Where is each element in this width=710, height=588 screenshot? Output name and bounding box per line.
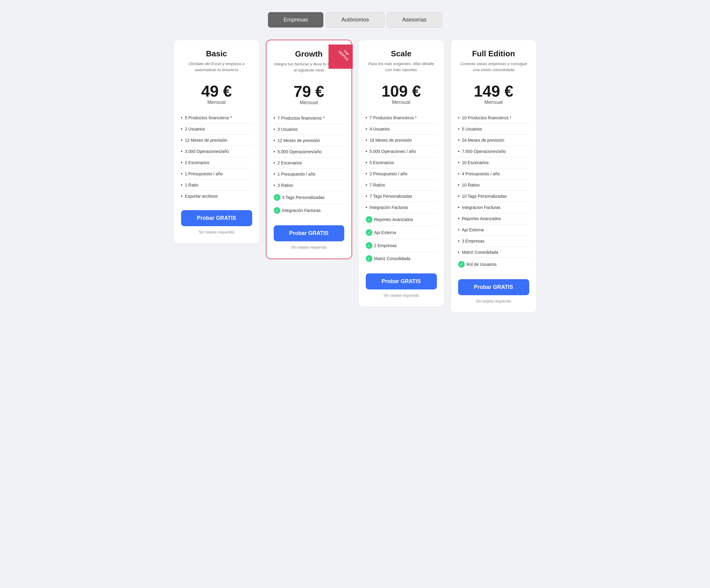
bullet-icon: •	[458, 239, 459, 243]
tab-asesorias[interactable]: Asesorías	[387, 12, 442, 27]
feature-item: ✓ Matriz Consolidada	[366, 252, 437, 265]
plan-desc: Integra tus facturas y lleva tu tesorerí…	[274, 61, 344, 77]
feature-text: Matriz Consolidada	[374, 256, 410, 261]
plan-price: 79 €	[274, 84, 344, 99]
plan-title: Basic	[181, 49, 252, 58]
bullet-icon: •	[366, 205, 367, 210]
cta-button[interactable]: Probar GRATIS	[274, 225, 344, 241]
feature-text: Rol de Usuarios	[467, 262, 497, 267]
feature-text: 4 Presupuesto / año	[462, 171, 500, 176]
features-list: • 7 Productos financieros * • 3 Usuarios…	[274, 113, 344, 217]
bullet-icon: •	[458, 227, 459, 232]
bullet-icon: •	[181, 115, 183, 120]
bullet-icon: •	[181, 194, 183, 198]
bullet-icon: •	[458, 216, 459, 221]
feature-item: ✓ 2 Empresas	[366, 239, 437, 252]
feature-item: • 2 Escenarios	[274, 158, 344, 169]
plan-desc: Para los más exigentes. Más detalle con …	[366, 61, 437, 77]
feature-text: 3 Empresas	[462, 239, 484, 243]
feature-text: 2 Empresas	[374, 243, 397, 248]
feature-item: • 10 Tags Personalizadas	[458, 191, 529, 202]
feature-item: • 3 Empresas	[458, 236, 529, 247]
feature-item: • 5 Escenarios	[366, 157, 437, 168]
feature-item: • Api Externa	[458, 225, 529, 236]
price-block: 49 € Mensual	[181, 83, 252, 105]
tab-autonomos[interactable]: Autónomos	[326, 12, 384, 27]
feature-item: • 1 Presupuesto / año	[274, 169, 344, 180]
feature-text: Integración Facturas	[370, 205, 408, 210]
price-block: 149 € Mensual	[458, 83, 529, 105]
page-wrapper: EmpresasAutónomosAsesorías Basic Olvídat…	[173, 12, 537, 313]
bullet-icon: •	[274, 161, 275, 165]
feature-text: 7 Productos financieros *	[277, 116, 325, 120]
bullet-icon: •	[366, 115, 367, 120]
feature-item: • 5.000 Operaciones / año	[366, 146, 437, 157]
bullet-icon: •	[458, 160, 459, 165]
bullet-icon: •	[274, 116, 275, 120]
feature-item: • 4 Usuarios	[366, 123, 437, 135]
cta-button[interactable]: Probar GRATIS	[181, 210, 252, 226]
bullet-icon: •	[181, 138, 183, 143]
feature-text: 5.000 Operaciones/año	[277, 149, 322, 154]
check-icon: ✓	[366, 229, 372, 236]
plan-card-full-edition: Full Edition Conecta varias empresas y c…	[451, 40, 537, 313]
feature-text: Exportar archivos	[185, 194, 218, 198]
plan-card-basic: Basic Olvídate del Excel y empieza a aut…	[173, 40, 260, 244]
feature-item: • 10 Escenarios	[458, 157, 529, 168]
feature-item: • 7 Tags Personalizadas	[366, 191, 437, 202]
plan-title: Full Edition	[458, 49, 529, 58]
feature-text: 3.000 Operaciones/año	[185, 149, 229, 154]
bullet-icon: •	[274, 138, 275, 143]
bullet-icon: •	[274, 183, 275, 188]
plan-price: 149 €	[458, 83, 529, 99]
feature-text: 3 Tags Personalizadas	[282, 195, 325, 200]
feature-text: 10 Ratios	[462, 183, 480, 187]
feature-item: • 10 Productos financieros *	[458, 112, 529, 123]
cta-button[interactable]: Probar GRATIS	[366, 274, 437, 289]
plan-price: 109 €	[366, 83, 437, 99]
feature-text: 24 Meses de previsión	[462, 138, 504, 143]
features-list: • 7 Productos financieros * • 4 Usuarios…	[366, 112, 437, 265]
feature-text: 2 Usuarios	[185, 126, 205, 132]
feature-item: • 3 Ratios	[274, 180, 344, 191]
feature-item: • 10 Ratios	[458, 180, 529, 191]
feature-item: • Matriz Consolidada	[458, 247, 529, 258]
plan-card-growth: TOPVENTAS Growth Integra tus facturas y …	[266, 40, 352, 259]
tab-empresas[interactable]: Empresas	[268, 12, 323, 27]
feature-item: • 24 Meses de previsión	[458, 135, 529, 146]
bullet-icon: •	[458, 115, 459, 120]
bullet-icon: •	[366, 194, 367, 198]
price-block: 79 € Mensual	[274, 84, 344, 105]
feature-text: 2 Escenarios	[277, 161, 302, 165]
bullet-icon: •	[458, 183, 459, 187]
bullet-icon: •	[458, 205, 459, 210]
cta-button[interactable]: Probar GRATIS	[458, 279, 529, 295]
plan-card-scale: Scale Para los más exigentes. Más detall…	[358, 40, 445, 307]
feature-text: 7.500 Operaciones/año	[462, 149, 506, 154]
bullet-icon: •	[181, 183, 183, 187]
feature-text: 18 Meses de previsión	[370, 138, 412, 143]
bullet-icon: •	[181, 126, 183, 132]
feature-item: • 2 Usuarios	[181, 123, 252, 135]
feature-text: 10 Escenarios	[462, 160, 489, 165]
feature-text: 7 Tags Personalizadas	[370, 194, 412, 198]
feature-text: 12 Meses de previsión	[185, 138, 227, 143]
bullet-icon: •	[366, 138, 367, 143]
feature-text: Integracion Facturas	[462, 205, 500, 210]
feature-item: • 12 Meses de previsión	[274, 135, 344, 146]
tabs-container: EmpresasAutónomosAsesorías	[173, 12, 537, 27]
plan-title: Growth	[274, 49, 344, 59]
feature-item: • 2 Escenarios	[181, 157, 252, 168]
feature-text: 1 Ratio	[185, 183, 198, 187]
feature-text: Reportes Avanzados	[462, 216, 501, 221]
no-card-text: Sin tarjeta requerida	[274, 245, 344, 250]
bullet-icon: •	[181, 160, 183, 165]
feature-item: • Integración Facturas	[366, 202, 437, 213]
check-icon: ✓	[274, 207, 280, 214]
feature-text: 12 Meses de previsión	[277, 138, 320, 143]
feature-item: ✓ Api Externa	[366, 226, 437, 239]
bullet-icon: •	[458, 250, 459, 255]
bullet-icon: •	[181, 149, 183, 154]
feature-text: 5.000 Operaciones / año	[370, 149, 416, 154]
no-card-text: Sin tarjeta requerida	[181, 230, 252, 234]
